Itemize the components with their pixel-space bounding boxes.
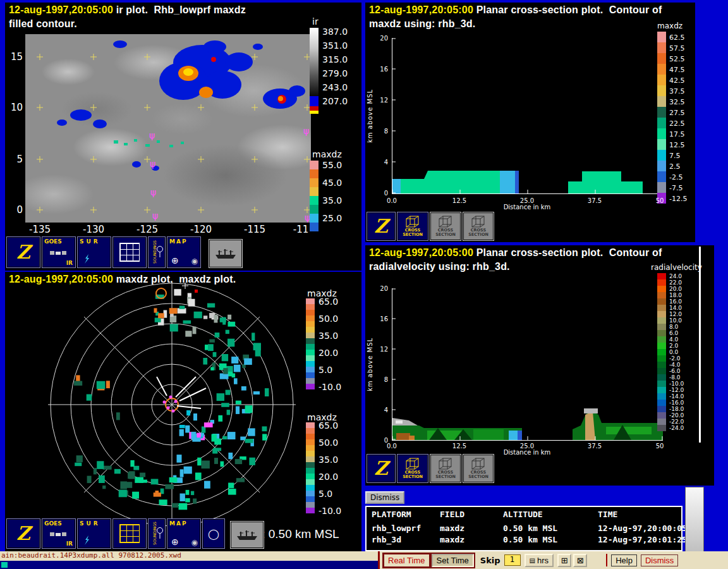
map-target-icon: ⊕ <box>171 255 179 266</box>
map-gear-icon: ◉ <box>191 257 198 266</box>
cube-icon <box>406 216 420 228</box>
time-dismiss-button[interactable]: Dismiss <box>641 554 679 566</box>
tick-label: 0.0 <box>387 443 397 450</box>
table-cell: rhb_lowprf <box>372 523 421 533</box>
cross-section-button-2[interactable]: CROSSSECTION <box>430 212 461 241</box>
timestamp: 12-aug-1997,20:05:00 <box>9 4 113 15</box>
colorbar-label: 0.0 <box>669 349 678 355</box>
tick-label: 25.0 <box>520 197 534 204</box>
colorbar-label: 32.5 <box>669 97 685 106</box>
sur-label: SUR <box>80 520 100 527</box>
table-cell: 0.50 km MSL <box>503 523 557 533</box>
set-time-button[interactable]: Set Time <box>432 554 474 567</box>
tick-label: 16 <box>378 66 388 73</box>
soundings-button[interactable]: SOUNDINGS <box>148 518 166 549</box>
maxdz-contour <box>568 171 643 193</box>
map-overlay-button[interactable]: MAP ⊕ ◉ <box>167 236 201 268</box>
cross-section-button-active[interactable]: CROSSSECTION <box>397 212 428 241</box>
colorbar-label: 12.0 <box>669 311 682 317</box>
window-icon: ▤ <box>530 557 535 564</box>
tick-label: 20 <box>378 285 388 292</box>
colorbar-swatches <box>306 298 315 389</box>
time-step-button-1[interactable]: ⊞ <box>557 554 571 567</box>
svg-text:ψ: ψ <box>303 126 309 136</box>
xsec-velocity-display[interactable] <box>392 288 663 441</box>
colorbar-swatches <box>310 161 318 231</box>
zebra-menu-button[interactable]: Z <box>367 454 396 483</box>
colorbar-label: 279.0 <box>322 68 348 78</box>
surface-data-button[interactable]: SUR <box>77 518 111 549</box>
cross-section-button-active[interactable]: CROSSSECTION <box>397 454 428 483</box>
circle-tool-button[interactable]: ◯ <box>202 518 225 549</box>
cross-section-button-3[interactable]: CROSSSECTION <box>463 212 494 241</box>
window-border-line <box>699 247 701 443</box>
xsec-maxdz-colorbar-title: maxdz <box>657 21 682 30</box>
time-step-button-2[interactable]: ⊠ <box>573 554 587 567</box>
xsec-vel-toolbar: Z CROSSSECTION CROSSSECTION <box>367 454 494 483</box>
help-button[interactable]: Help <box>611 554 637 566</box>
colorbar-label: 22.5 <box>669 119 685 127</box>
colorbar-label: 387.0 <box>322 27 348 37</box>
ir-title-line2: filled contour. <box>9 18 77 30</box>
cross-section-button-3[interactable]: CROSSSECTION <box>463 454 494 483</box>
surface-data-button[interactable]: SUR <box>77 236 111 268</box>
xsec-maxdz-title: 12-aug-1997,20:05:00 Planar cross-sectio… <box>369 4 662 16</box>
y-axis-label: km above MSL <box>367 38 373 193</box>
col-header-field: FIELD <box>440 510 464 519</box>
zebra-menu-button[interactable]: Z <box>6 236 40 268</box>
ir-satellite-display[interactable]: ψψ ψψ ψψ <box>25 34 311 223</box>
colorbar-label: 14.0 <box>669 305 682 311</box>
map-overlay-button[interactable]: MAP ⊕ ◉ <box>167 518 201 549</box>
ship-icon <box>236 529 258 541</box>
colorbar-label: 47.5 <box>669 65 685 73</box>
table-cell: maxdz <box>440 535 464 544</box>
skip-label: Skip <box>480 556 500 565</box>
cross-section-button-2[interactable]: CROSSSECTION <box>430 454 461 483</box>
skip-value-input[interactable]: 1 <box>504 554 521 566</box>
goes-ir-button[interactable]: GOES IR <box>42 236 76 268</box>
status-dismiss-button[interactable]: Dismiss <box>365 491 404 504</box>
timestamp: 12-aug-1997,20:05:00 <box>369 247 473 258</box>
xsec-vel-colorbar-title: radialvelocity <box>651 263 702 272</box>
lightning-icon <box>84 535 90 546</box>
ppi-colorbar2: 65.050.035.020.05.0-10.0 <box>306 422 359 515</box>
axis-ticks <box>392 289 662 440</box>
zebra-menu-button[interactable]: Z <box>6 518 40 549</box>
goes-ir-button[interactable]: GOES IR <box>42 518 76 549</box>
tick-label: 50 <box>656 443 664 450</box>
xsec-maxdz-display[interactable] <box>392 38 663 194</box>
maxdz-colorbar-title: maxdz <box>312 149 342 159</box>
map-label: MAP <box>169 520 188 527</box>
soundings-button[interactable]: SOUNDINGS <box>148 236 166 268</box>
colorbar-label: 351.0 <box>322 40 348 51</box>
hrs-button[interactable]: ▤ hrs <box>525 554 554 567</box>
ppi-colorbar1: 65.050.035.020.05.0-10.0 <box>306 298 359 391</box>
scrollbar[interactable] <box>685 487 704 553</box>
zebra-menu-button[interactable]: Z <box>367 212 396 241</box>
colorbar-label: -16.0 <box>669 400 684 406</box>
tick-label: 8 <box>378 128 388 135</box>
tick-label: 16 <box>378 315 388 322</box>
xsec-velocity-window: 12-aug-1997,20:05:00 Planar cross-sectio… <box>365 245 714 486</box>
ship-platform-button[interactable] <box>230 521 264 549</box>
colorbar-swatches <box>306 422 315 513</box>
table-cell: maxdz <box>440 523 464 533</box>
colorbar-label: 25.0 <box>322 213 342 223</box>
colorbar-label: -7.5 <box>669 183 682 192</box>
tick-label: 0 <box>378 190 388 197</box>
colorbar-label: 16.0 <box>669 298 682 305</box>
grid-overlay-button[interactable] <box>112 518 147 549</box>
real-time-button[interactable]: Real Time <box>384 554 430 567</box>
ship-platform-button[interactable] <box>209 239 243 268</box>
zebra-logo-icon: Z <box>16 243 30 262</box>
colorbar-label: 42.5 <box>669 76 685 84</box>
grid-overlay-button[interactable] <box>112 236 147 268</box>
tick-label: 5 <box>8 154 23 165</box>
colorbar-label: -10.0 <box>669 381 684 387</box>
lightning-icon <box>84 254 90 264</box>
ppi-radar-display[interactable] <box>5 282 340 548</box>
ir-colorbar: 387.0 351.0 315.0 279.0 243.0 207.0 <box>310 28 359 120</box>
tick-label: -130 <box>83 224 104 235</box>
table-cell: 12-Aug-97,20:01:25 <box>598 535 687 544</box>
colorbar-label: -4.0 <box>669 362 681 368</box>
